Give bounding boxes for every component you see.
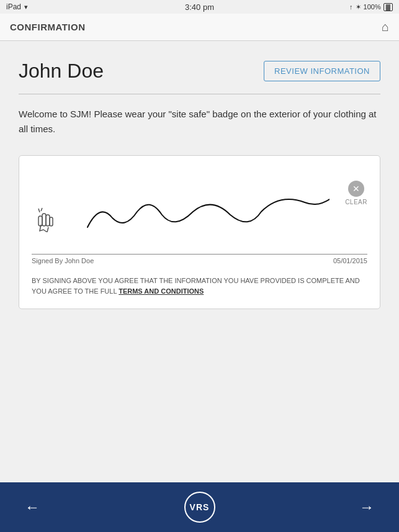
signature-underline [32, 254, 367, 255]
status-bar-time: 3:40 pm [185, 2, 214, 12]
footer: ← VRS → [0, 482, 399, 532]
status-bar-left: iPad ▾ [6, 2, 28, 11]
signature-box[interactable]: ✕ CLEAR Signed By John Doe 05/01/2015 BY… [19, 155, 380, 309]
arrow-up-icon: ↑ [349, 3, 353, 11]
signature-meta: Signed By John Doe 05/01/2015 [32, 257, 367, 264]
terms-section: BY SIGNING ABOVE YOU AGREE THAT THE INFO… [32, 276, 367, 296]
bluetooth-icon: ✶ [356, 3, 361, 11]
signature-date: 05/01/2015 [333, 257, 367, 264]
clear-label: CLEAR [345, 199, 367, 205]
page-title: CONFIRMATION [10, 22, 86, 32]
svg-line-4 [38, 209, 40, 212]
status-bar-right: ↑ ✶ 100% ▓ [349, 3, 393, 11]
wifi-icon: ▾ [24, 3, 28, 11]
header: CONFIRMATION ⌂ [0, 14, 399, 41]
review-information-button[interactable]: REVIEW INFORMATION [264, 61, 380, 81]
back-button[interactable]: ← [25, 498, 40, 516]
svg-rect-0 [38, 216, 42, 226]
battery-label: 100% [364, 3, 381, 11]
section-divider [19, 94, 380, 94]
svg-rect-3 [50, 217, 53, 226]
svg-rect-2 [46, 215, 50, 226]
logo-badge: VRS [184, 492, 215, 523]
battery-icon: ▓ [383, 3, 393, 11]
device-label: iPad [6, 2, 21, 11]
svg-line-5 [41, 208, 42, 211]
top-section: John Doe REVIEW INFORMATION [19, 60, 380, 83]
hand-pointer-icon [35, 207, 57, 237]
signature-area[interactable]: ✕ CLEAR [32, 168, 367, 249]
clear-button[interactable]: ✕ CLEAR [345, 181, 367, 205]
main-content: John Doe REVIEW INFORMATION Welcome to S… [0, 41, 399, 334]
clear-icon: ✕ [348, 181, 364, 197]
user-name: John Doe [19, 60, 104, 83]
home-icon[interactable]: ⌂ [382, 20, 389, 34]
signature-drawing[interactable] [69, 184, 330, 240]
terms-and-conditions-link[interactable]: TERMS AND CONDITIONS [119, 287, 204, 295]
forward-button[interactable]: → [359, 498, 374, 516]
signed-by-label: Signed By John Doe [32, 257, 94, 264]
welcome-message: Welcome to SJM! Please wear your "site s… [19, 107, 380, 137]
status-bar: iPad ▾ 3:40 pm ↑ ✶ 100% ▓ [0, 0, 399, 14]
svg-rect-1 [42, 214, 46, 226]
